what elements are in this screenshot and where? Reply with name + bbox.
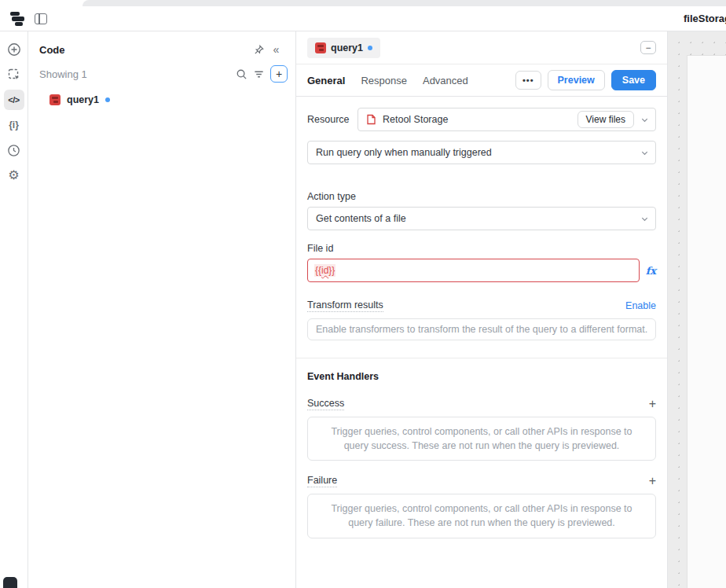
app-canvas[interactable] bbox=[668, 31, 726, 588]
tab-response[interactable]: Response bbox=[361, 66, 407, 95]
chevron-down-icon bbox=[640, 116, 649, 124]
query-list-item[interactable]: query1 bbox=[28, 90, 295, 110]
add-failure-handler-button[interactable]: + bbox=[649, 475, 656, 487]
filter-icon[interactable] bbox=[250, 65, 267, 83]
event-handlers-title: Event Handlers bbox=[307, 371, 656, 382]
retool-storage-query-icon bbox=[315, 42, 326, 53]
canvas-frame[interactable] bbox=[687, 55, 726, 588]
add-success-handler-button[interactable]: + bbox=[649, 398, 656, 410]
success-handler-hint: Trigger queries, control components, or … bbox=[307, 417, 656, 461]
retool-storage-query-icon bbox=[50, 94, 60, 105]
success-label: Success bbox=[307, 398, 344, 410]
action-type-label: Action type bbox=[307, 191, 656, 202]
search-icon[interactable] bbox=[233, 65, 250, 83]
file-id-label: File id bbox=[307, 243, 656, 254]
minimize-editor-button[interactable]: − bbox=[640, 41, 656, 54]
chevron-down-icon bbox=[640, 149, 649, 157]
unsaved-changes-dot bbox=[368, 46, 372, 50]
state-tab-icon[interactable]: {i} bbox=[4, 115, 24, 135]
file-id-input[interactable]: {{id}} bbox=[307, 259, 640, 282]
unsaved-changes-dot bbox=[105, 97, 110, 102]
select-components-icon[interactable] bbox=[4, 64, 24, 85]
fx-expression-icon[interactable]: fx bbox=[646, 265, 656, 277]
browser-tab-shape bbox=[82, 0, 726, 6]
app-header: fileStorag bbox=[0, 6, 726, 31]
code-panel: Code « Showing 1 + query1 bbox=[28, 31, 296, 588]
settings-gear-icon[interactable]: ⚙ bbox=[4, 165, 24, 186]
browser-tab-strip bbox=[0, 0, 726, 6]
debug-corner-chip[interactable] bbox=[3, 577, 17, 588]
left-rail: </> {i} ⚙ bbox=[0, 31, 28, 588]
code-panel-title: Code bbox=[39, 44, 250, 56]
toggle-panel-icon[interactable] bbox=[35, 13, 47, 24]
chevron-down-icon bbox=[640, 215, 649, 223]
retool-storage-file-icon bbox=[366, 114, 376, 125]
view-files-button[interactable]: View files bbox=[578, 111, 634, 128]
section-divider bbox=[296, 358, 667, 358]
failure-handler-hint: Trigger queries, control components, or … bbox=[307, 494, 656, 538]
enable-transform-link[interactable]: Enable bbox=[625, 300, 656, 311]
add-plus-icon[interactable] bbox=[4, 39, 24, 60]
pin-icon[interactable] bbox=[250, 41, 267, 58]
history-clock-icon[interactable] bbox=[4, 140, 24, 160]
code-tab-icon[interactable]: </> bbox=[4, 90, 24, 110]
transform-results-label: Transform results bbox=[307, 300, 383, 312]
app-title: fileStorag bbox=[684, 13, 726, 24]
more-actions-button[interactable]: ••• bbox=[515, 71, 541, 90]
save-button[interactable]: Save bbox=[611, 70, 656, 90]
collapse-panel-icon[interactable]: « bbox=[267, 41, 284, 58]
showing-count: Showing 1 bbox=[39, 68, 233, 80]
run-mode-select[interactable]: Run query only when manually triggered bbox=[307, 141, 656, 164]
action-type-select[interactable]: Get contents of a file bbox=[307, 207, 656, 230]
retool-logo-icon bbox=[10, 12, 26, 26]
new-query-button[interactable]: + bbox=[270, 65, 288, 83]
query-tab[interactable]: query1 bbox=[307, 38, 380, 58]
resource-value: Retool Storage bbox=[383, 114, 578, 125]
template-token: {{id}} bbox=[314, 264, 336, 277]
transform-input bbox=[307, 318, 656, 340]
tab-general[interactable]: General bbox=[307, 66, 345, 95]
query-editor-panel: query1 − General Response Advanced ••• P… bbox=[296, 31, 668, 588]
preview-button[interactable]: Preview bbox=[548, 70, 605, 90]
resource-label: Resource bbox=[307, 114, 358, 125]
tab-advanced[interactable]: Advanced bbox=[423, 66, 468, 95]
failure-label: Failure bbox=[307, 475, 337, 487]
resource-select[interactable]: Retool Storage View files bbox=[358, 108, 656, 131]
